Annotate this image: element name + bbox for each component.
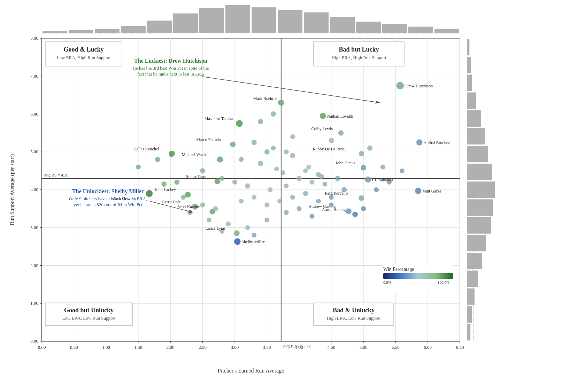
svg-text:1.50: 1.50 [134,345,143,350]
svg-text:John Lackey: John Lackey [155,187,176,192]
svg-point-105 [297,206,301,211]
svg-rect-27 [467,146,488,162]
svg-point-88 [239,199,244,204]
svg-point-102 [245,225,250,230]
svg-text:He has the 3rd best Win Pct in: He has the 3rd best Win Pct in spite of … [133,65,209,71]
svg-point-83 [174,180,179,185]
svg-text:Michael Wacha: Michael Wacha [182,152,208,157]
svg-point-91 [277,199,282,204]
svg-text:Drew Hutchison: Drew Hutchison [405,84,433,88]
top-histogram [42,5,460,33]
svg-point-78 [284,183,289,188]
svg-text:Matt Garza: Matt Garza [422,189,441,194]
chart-svg: Avg ERA = 3.72Avg RS = 4.30 0.000.501.00… [0,0,577,392]
svg-text:Low ERA, High Run Support: Low ERA, High Run Support [57,55,111,60]
svg-point-144 [234,238,241,245]
svg-text:5.00: 5.00 [30,149,38,154]
svg-point-112 [155,157,160,162]
svg-text:0.0%: 0.0% [383,280,391,284]
svg-text:1.00: 1.00 [102,345,110,350]
svg-point-67 [239,157,244,162]
svg-rect-23 [467,75,472,91]
svg-text:Avg RS = 4.30: Avg RS = 4.30 [44,173,68,178]
svg-text:0.00: 0.00 [38,345,46,350]
svg-text:Scott Kazmir: Scott Kazmir [177,204,200,209]
svg-rect-4 [69,30,93,33]
svg-text:Bad & Unlucky: Bad & Unlucky [333,307,375,314]
svg-point-118 [290,134,295,139]
svg-point-81 [322,182,327,187]
svg-point-80 [309,180,314,185]
svg-text:Sonny Gray: Sonny Gray [186,174,206,179]
svg-point-76 [245,183,250,189]
svg-point-64 [252,140,257,145]
svg-point-62 [264,149,270,155]
svg-point-104 [284,210,289,215]
svg-text:Bad but Lucky: Bad but Lucky [339,46,379,53]
svg-text:6.00: 6.00 [424,345,432,350]
svg-text:8.00: 8.00 [30,36,38,41]
svg-point-86 [200,203,205,207]
svg-point-141 [415,188,421,194]
svg-point-111 [136,165,141,170]
svg-point-139 [365,177,371,183]
svg-point-130 [217,156,223,163]
svg-text:yet he ranks 82th out of 84 in: yet he ranks 82th out of 84 in Win Pct [74,202,143,207]
svg-rect-22 [467,57,471,73]
svg-text:2.00: 2.00 [167,345,175,350]
svg-point-127 [230,142,236,147]
svg-point-140 [359,195,364,201]
svg-rect-10 [225,5,250,33]
svg-text:2.50: 2.50 [199,345,207,350]
svg-rect-37 [467,324,470,340]
svg-point-82 [335,176,340,181]
svg-rect-11 [252,7,276,33]
svg-rect-28 [467,164,492,180]
svg-point-108 [361,206,366,211]
svg-point-117 [380,165,385,170]
chart-container: Avg ERA = 3.72Avg RS = 4.30 0.000.501.00… [0,0,577,392]
svg-text:Win Percentage: Win Percentage [383,267,414,272]
svg-point-124 [320,113,326,119]
svg-point-89 [252,195,256,200]
svg-point-121 [400,168,405,173]
svg-text:Rubby De La Rosa: Rubby De La Rosa [313,147,345,151]
svg-text:Mark Buehrle: Mark Buehrle [253,96,277,101]
svg-text:Lance Lynn: Lance Lynn [205,226,225,231]
svg-text:3.50: 3.50 [263,345,271,350]
svg-text:4.50: 4.50 [327,345,335,350]
svg-point-128 [416,139,423,146]
svg-point-114 [258,119,263,124]
svg-point-142 [346,208,352,214]
svg-point-103 [264,218,269,222]
svg-text:CC Sabathia: CC Sabathia [372,178,393,182]
svg-rect-25 [467,110,481,127]
svg-point-143 [352,212,358,217]
svg-rect-8 [173,14,198,33]
svg-text:Anibal Sanchez: Anibal Sanchez [424,140,450,145]
svg-point-120 [319,174,324,179]
svg-rect-12 [278,10,302,33]
svg-point-97 [374,187,379,192]
svg-rect-215 [383,273,453,279]
svg-text:Gerrit Cole: Gerrit Cole [162,199,180,204]
svg-point-131 [359,151,364,157]
svg-point-123 [278,100,284,106]
svg-text:Marco Estrada: Marco Estrada [196,137,221,142]
svg-text:2.00: 2.00 [30,263,38,268]
svg-point-106 [309,214,314,219]
svg-point-125 [236,120,243,127]
svg-point-75 [232,180,237,185]
svg-text:3.00: 3.00 [231,345,239,350]
right-histogram [467,39,495,341]
svg-rect-5 [95,29,120,33]
svg-point-132 [361,165,366,171]
svg-rect-6 [121,26,146,33]
svg-text:Dallas Keuchel: Dallas Keuchel [133,147,159,151]
svg-text:Good but Unlucky: Good but Unlucky [64,307,114,314]
svg-rect-35 [467,288,475,305]
svg-point-68 [258,160,263,166]
svg-point-71 [303,168,308,173]
svg-rect-17 [408,27,433,33]
svg-text:Good & Lucky: Good & Lucky [63,46,103,53]
